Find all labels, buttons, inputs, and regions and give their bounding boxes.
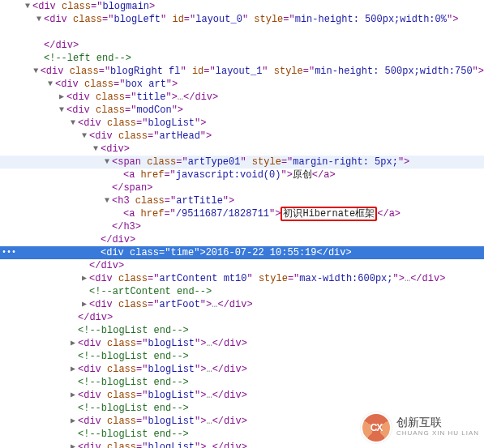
code-segment: <!--blogList end--> [78,428,189,441]
code-segment: <div class="box art"> [55,78,178,91]
tree-line[interactable] [0,26,484,39]
tree-line[interactable]: <div class="blogList">…</div> [0,363,484,376]
tree-line[interactable]: </span> [0,181,484,194]
tree-line[interactable]: <!--blogList end--> [0,350,484,363]
expand-arrow-icon[interactable] [102,156,112,169]
tree-line[interactable]: </div> [0,259,484,272]
tree-line[interactable]: <div class="blogLeft" id="layout_0" styl… [0,13,484,26]
code-segment: <!--blogList end--> [78,402,189,415]
code-segment: <div class="blogLeft" id="layout_0" styl… [44,13,458,26]
tree-line[interactable]: <!--left end--> [0,52,484,65]
watermark: CX 创新互联 CHUANG XIN HU LIAN [361,412,479,443]
code-segment: <a href="/9511687/1828711">初识Hibernate框架… [123,207,400,220]
expand-arrow-icon[interactable] [91,143,101,156]
collapse-arrow-icon[interactable] [68,441,78,448]
tree-line[interactable]: <div class="box art"> [0,78,484,91]
code-segment: <!--blogList end--> [78,324,189,337]
code-segment: <div class="artHead"> [89,130,212,143]
collapse-arrow-icon[interactable] [57,91,66,104]
code-segment: <div class="blogList">…</div> [78,363,247,376]
code-segment: <a href="javascript:void(0)">原创</a> [123,169,336,181]
code-segment: <div class="artFoot">…</div> [89,298,253,311]
tree-line[interactable]: </div> [0,311,484,324]
code-segment: <div class="blogRight fl" id="layout_1" … [41,65,484,78]
code-segment: <div class="blogList"> [78,117,206,130]
expand-arrow-icon[interactable] [32,65,41,78]
tree-line[interactable]: <a href="/9511687/1828711">初识Hibernate框架… [0,207,484,220]
tree-line[interactable]: <!--blogList end--> [0,324,484,337]
tree-line[interactable]: </h3> [0,220,484,233]
dom-tree[interactable]: <div class="blogmain><div class="blogLef… [0,0,484,448]
tree-line[interactable]: <a href="javascript:void(0)">原创</a> [0,169,484,181]
tree-line[interactable]: <div class="blogList">…</div> [0,389,484,402]
tree-line[interactable]: <div class="blogList">…</div> [0,337,484,350]
code-segment: <div class="blogList">…</div> [78,441,247,448]
code-segment: <span class="artType01" style="margin-ri… [112,156,409,169]
expand-arrow-icon[interactable] [57,104,66,117]
watermark-logo-icon: CX [361,412,392,443]
code-segment: </h3> [112,220,141,233]
code-segment: <div class="artContent mt10" style="max-… [89,272,445,285]
collapse-arrow-icon[interactable] [68,389,78,402]
tree-line[interactable]: </div> [0,233,484,246]
code-segment: </div> [101,233,135,246]
collapse-arrow-icon[interactable] [68,337,78,350]
tree-line[interactable]: <div class="artHead"> [0,130,484,143]
code-segment: <div class="blogList">…</div> [78,389,247,402]
tree-line[interactable]: <div class="blogList"> [0,117,484,130]
watermark-text: 创新互联 CHUANG XIN HU LIAN [396,416,479,439]
tree-line[interactable]: <div class="blogRight fl" id="layout_1" … [0,65,484,78]
tree-line[interactable]: </div> [0,39,484,52]
expand-arrow-icon[interactable] [23,0,32,13]
tree-line[interactable]: <div> [0,143,484,156]
expand-arrow-icon[interactable] [68,117,78,130]
code-segment: </div> [44,39,79,52]
tree-line[interactable]: •••<div class="time">2016-07-22 10:55:19… [0,246,484,259]
tree-line[interactable]: <div class="blogmain> [0,0,484,13]
highlighted-text: 初识Hibernate框架 [281,207,377,221]
breakpoint-gutter-icon: ••• [0,246,16,259]
code-segment: <div class="blogList">…</div> [78,415,247,428]
collapse-arrow-icon[interactable] [79,298,89,311]
code-segment: <div class="time">2016-07-22 10:55:19</d… [101,246,352,259]
tree-line[interactable]: <h3 class="artTitle"> [0,194,484,207]
code-segment: <!--blogList end--> [78,350,189,363]
code-segment: <!--artContent end--> [89,285,212,298]
code-segment: <!--blogList end--> [78,376,189,389]
collapse-arrow-icon[interactable] [68,363,78,376]
expand-arrow-icon[interactable] [45,78,55,91]
expand-arrow-icon[interactable] [34,13,44,26]
code-segment: </div> [89,259,124,272]
tree-line[interactable]: <!--artContent end--> [0,285,484,298]
code-segment: <div class="title">…</div> [66,91,218,104]
code-segment: <!--left end--> [44,52,131,65]
tree-line[interactable]: <div class="artContent mt10" style="max-… [0,272,484,285]
expand-arrow-icon[interactable] [79,130,89,143]
expand-arrow-icon[interactable] [102,194,112,207]
tree-line[interactable]: <div class="title">…</div> [0,91,484,104]
code-segment: <div class="modCon"> [66,104,183,117]
collapse-arrow-icon[interactable] [68,415,78,428]
code-segment: <h3 class="artTitle"> [112,194,234,207]
code-segment: <div> [101,143,130,156]
code-segment: </span> [112,181,152,194]
tree-line[interactable]: <div class="artFoot">…</div> [0,298,484,311]
tree-line[interactable]: <span class="artType01" style="margin-ri… [0,156,484,169]
code-segment: </div> [78,311,113,324]
tree-line[interactable]: <div class="modCon"> [0,104,484,117]
code-segment: <div class="blogList">…</div> [78,337,247,350]
code-segment: <div class="blogmain> [32,0,155,13]
collapse-arrow-icon[interactable] [79,272,89,285]
tree-line[interactable]: <!--blogList end--> [0,376,484,389]
